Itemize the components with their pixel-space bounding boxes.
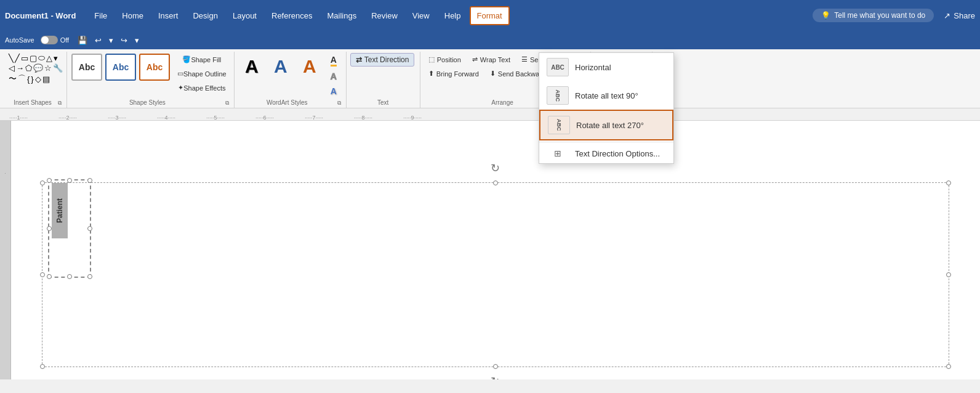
autosave-label: AutoSave <box>5 36 34 44</box>
triangle2-tool[interactable]: ◁ <box>9 63 15 73</box>
shape-styles-expand[interactable]: ⧉ <box>224 99 230 107</box>
options-icon-glyph: ⊞ <box>554 148 561 158</box>
rect-tool[interactable]: ▭ <box>21 54 28 63</box>
pentagon-tool[interactable]: ⬠ <box>25 63 32 73</box>
handle-bl[interactable] <box>40 364 45 369</box>
shape-fill-label: Shape Fill <box>191 56 221 63</box>
textbox-icon[interactable]: ▤ <box>42 75 50 84</box>
dropdown-rotate270[interactable]: ABC Rotate all text 270° <box>539 110 673 140</box>
menu-mailings[interactable]: Mailings <box>321 7 363 24</box>
save-button[interactable]: 💾 <box>75 34 90 46</box>
handle-mr[interactable] <box>946 272 951 277</box>
shape-effects-btn[interactable]: ✦ Shape Effects <box>174 81 230 94</box>
menu-review[interactable]: Review <box>365 7 404 24</box>
rotate90-icon-text: ABC <box>555 89 561 102</box>
menu-help[interactable]: Help <box>438 7 467 24</box>
shape-style-1[interactable]: Abc <box>71 54 102 81</box>
oval-tool[interactable]: ⬭ <box>38 53 45 63</box>
quick-access-toolbar: AutoSave Off 💾 ↩ ▾ ↪ ▾ <box>0 31 980 49</box>
line2-tool[interactable]: ╱ <box>15 54 20 63</box>
menu-references[interactable]: References <box>265 7 318 24</box>
shape-style-3[interactable]: Abc <box>139 54 170 81</box>
ribbon: ╲ ╱ ▭ ▢ ⬭ △ ▾ ◁ → ⬠ 💬 ☆ 🔧 〜 <box>0 49 980 108</box>
menu-layout[interactable]: Layout <box>227 7 263 24</box>
text-fill-btn[interactable]: A <box>325 53 342 68</box>
callout-tool[interactable]: 💬 <box>33 63 43 73</box>
off-label: Off <box>60 36 69 44</box>
wordart-orange[interactable]: A <box>296 53 323 80</box>
bring-forward-btn[interactable]: ⬆ Bring Forward <box>424 67 483 80</box>
document-page: ↻ ↻ Patient <box>11 121 980 379</box>
handle-ml[interactable] <box>40 272 45 277</box>
diamond-tool[interactable]: ◇ <box>35 75 41 84</box>
undo-button[interactable]: ↩ <box>92 34 104 46</box>
menu-format[interactable]: Format <box>470 6 510 25</box>
handle-br[interactable] <box>946 364 951 369</box>
inner-handle-mr[interactable] <box>87 226 92 231</box>
rotate-handle-top[interactable]: ↻ <box>491 161 500 175</box>
dropdown-rotate90[interactable]: ABC Rotate all text 90° <box>539 81 673 110</box>
handle-bm[interactable] <box>493 364 498 369</box>
shapes-more[interactable]: ▾ <box>54 54 58 63</box>
inner-handle-br[interactable] <box>87 274 92 279</box>
share-button[interactable]: ↗ Share <box>944 11 975 20</box>
send-backward-icon: ⬇ <box>490 70 496 78</box>
edit-points[interactable]: 🔧 <box>53 63 63 73</box>
arrow-tool[interactable]: → <box>16 63 24 73</box>
undo-dropdown[interactable]: ▾ <box>106 34 116 46</box>
ribbon-text: ⇄ Text Direction Text <box>347 52 420 108</box>
dropdown-options[interactable]: ⊞ Text Direction Options... <box>539 144 673 163</box>
wordart-black[interactable]: A <box>238 53 265 80</box>
handle-tl[interactable] <box>40 180 45 185</box>
curve-tool[interactable]: ⌒ <box>18 73 26 84</box>
ruler-mark-3: ·····3····· <box>108 115 126 121</box>
wrap-text-label: Wrap Text <box>480 56 510 63</box>
shape-outline-btn[interactable]: ▭ Shape Outline <box>174 67 230 80</box>
handle-tm[interactable] <box>493 180 498 185</box>
line-tool[interactable]: ╲ <box>9 54 14 63</box>
position-btn[interactable]: ⬚ Position <box>424 53 465 66</box>
wrap-text-btn[interactable]: ⇌ Wrap Text <box>468 53 515 66</box>
text-fill-icon: A <box>331 55 337 67</box>
bring-forward-label: Bring Forward <box>436 70 479 78</box>
shape-styles-label: Shape Styles <box>71 98 224 108</box>
menu-home[interactable]: Home <box>116 7 150 24</box>
insert-shapes-label: Insert Shapes <box>9 98 57 108</box>
handle-tr[interactable] <box>946 180 951 185</box>
wordart-blue[interactable]: A <box>267 53 294 80</box>
shape-style-2[interactable]: Abc <box>105 54 136 81</box>
triangle-tool[interactable]: △ <box>46 54 52 63</box>
inner-handle-tm[interactable] <box>67 178 72 183</box>
shape-fill-btn[interactable]: 🪣 Shape Fill <box>174 53 230 66</box>
insert-shapes-expand[interactable]: ⧉ <box>57 99 63 107</box>
rotate-handle-bottom[interactable]: ↻ <box>491 375 500 379</box>
text-direction-btn[interactable]: ⇄ Text Direction <box>350 53 415 67</box>
ruler-mark-7: ·····7····· <box>305 115 323 121</box>
dropdown-horizontal[interactable]: ABC Horizontal <box>539 53 673 81</box>
inner-textbox-selection[interactable]: Patient <box>48 179 91 278</box>
rounded-rect-tool[interactable]: ▢ <box>30 54 37 63</box>
inner-handle-tl[interactable] <box>47 178 52 183</box>
tell-me-bar[interactable]: 💡 Tell me what you want to do <box>813 9 934 22</box>
autosave-toggle[interactable] <box>41 36 58 44</box>
brace-tool[interactable]: { <box>27 75 30 84</box>
inner-handle-bl[interactable] <box>47 274 52 279</box>
customize-qa[interactable]: ▾ <box>132 34 142 46</box>
menu-file[interactable]: File <box>88 7 113 24</box>
menu-insert[interactable]: Insert <box>152 7 185 24</box>
menu-view[interactable]: View <box>406 7 436 24</box>
brace2-tool[interactable]: } <box>31 75 33 84</box>
text-effects-btn[interactable]: A <box>325 84 342 98</box>
inner-handle-ml[interactable] <box>47 226 52 231</box>
inner-handle-tr[interactable] <box>87 178 92 183</box>
freeform-tool[interactable]: 〜 <box>9 73 17 84</box>
inner-handle-bm[interactable] <box>67 274 72 279</box>
redo-button[interactable]: ↪ <box>118 34 130 46</box>
wordart-expand[interactable]: ⧉ <box>336 99 342 107</box>
menu-design[interactable]: Design <box>187 7 223 24</box>
left-ruler: · <box>0 121 11 379</box>
text-outline-btn[interactable]: A <box>325 70 342 83</box>
wrap-icon: ⇌ <box>472 55 478 63</box>
star-tool[interactable]: ☆ <box>44 63 52 73</box>
tell-me-text: Tell me what you want to do <box>834 11 925 20</box>
